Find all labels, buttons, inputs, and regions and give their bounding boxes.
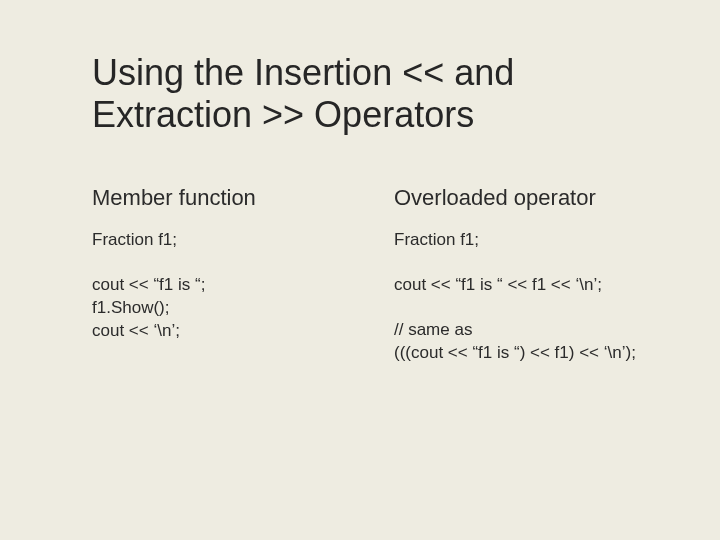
right-code-block-2: cout << “f1 is “ << f1 << ‘\n’; [394, 274, 660, 297]
right-column: Overloaded operator Fraction f1; cout <<… [394, 185, 660, 365]
left-column: Member function Fraction f1; cout << “f1… [92, 185, 358, 365]
right-code-block-3: // same as(((cout << “f1 is “) << f1) <<… [394, 319, 660, 365]
slide-title: Using the Insertion << and Extraction >>… [92, 52, 660, 137]
two-column-layout: Member function Fraction f1; cout << “f1… [92, 185, 660, 365]
slide: Using the Insertion << and Extraction >>… [0, 0, 720, 540]
left-code-block-1: Fraction f1; [92, 229, 358, 252]
left-column-heading: Member function [92, 185, 358, 211]
left-code-block-2: cout << “f1 is “;f1.Show();cout << ‘\n’; [92, 274, 358, 343]
right-code-block-1: Fraction f1; [394, 229, 660, 252]
right-column-heading: Overloaded operator [394, 185, 660, 211]
